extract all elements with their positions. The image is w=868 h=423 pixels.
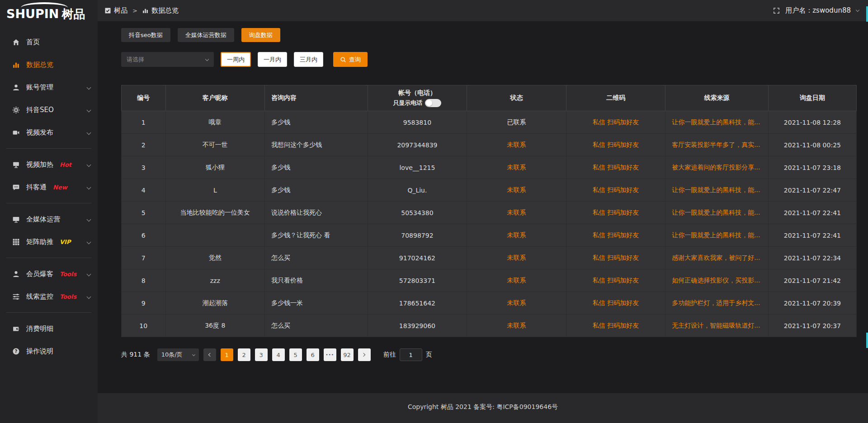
status-badge: 已联系	[507, 118, 526, 126]
lead-source-link[interactable]: 让你一眼就爱上的黑科技，能...	[672, 186, 760, 193]
scrollbar-thumb[interactable]	[866, 6, 868, 22]
qrcode-links[interactable]: 私信 扫码加好友	[593, 141, 639, 148]
vip-badge: VIP	[60, 239, 71, 245]
period-quarter-button[interactable]: 三月内	[294, 52, 323, 67]
phone-only-label: 只显示电话	[393, 99, 422, 107]
next-page-button[interactable]	[358, 348, 371, 361]
lead-source-link[interactable]: 多功能护栏灯，适用于乡村文...	[672, 299, 760, 306]
filter-select-placeholder: 请选择	[127, 56, 144, 64]
sidebar-item-account-mgmt[interactable]: 账号管理	[0, 76, 98, 99]
qrcode-links[interactable]: 私信 扫码加好友	[593, 254, 639, 261]
menu-divider	[6, 148, 91, 149]
page-button-6[interactable]: 6	[307, 348, 319, 361]
logo-text-en: SHUPIN	[6, 7, 59, 21]
page-button-92[interactable]: 92	[341, 348, 354, 361]
tab-media-ops-data[interactable]: 全媒体运营数据	[178, 28, 234, 42]
page-button-1[interactable]: 1	[221, 348, 233, 361]
page-button-5[interactable]: 5	[289, 348, 302, 361]
search-button[interactable]: 查询	[333, 52, 368, 67]
table-row: 9 潮起潮落 多少钱一米 178651642 未联系 私信 扫码加好友 多功能护…	[122, 292, 857, 315]
period-month-button[interactable]: 一月内	[258, 52, 287, 67]
phone-only-toggle[interactable]	[425, 99, 441, 107]
table-row: 6 多少钱？让我死心 看 70898792 未联系 私信 扫码加好友 让你一眼就…	[122, 224, 857, 247]
qrcode-links[interactable]: 私信 扫码加好友	[593, 186, 639, 193]
lead-source-link[interactable]: 让你一眼就爱上的黑科技，能...	[672, 209, 760, 216]
chevron-down-icon	[87, 272, 91, 276]
footer: Copyright 树品 2021 备案号: 粤ICP备09019646号	[98, 393, 868, 423]
qrcode-links[interactable]: 私信 扫码加好友	[593, 322, 639, 329]
qrcode-links[interactable]: 私信 扫码加好友	[593, 209, 639, 216]
qrcode-links[interactable]: 私信 扫码加好友	[593, 118, 639, 126]
sidebar-item-video-heat[interactable]: 视频加热 Hot	[0, 153, 98, 176]
lead-source-link[interactable]: 让你一眼就爱上的黑科技，能...	[672, 231, 760, 239]
breadcrumb-item-current[interactable]: 数据总览	[151, 6, 179, 15]
topbar: 树品 > 数据总览 用户名：zswodun88	[98, 0, 868, 21]
period-week-button[interactable]: 一周内	[221, 52, 251, 67]
scrollbar-thumb[interactable]	[866, 333, 868, 348]
sidebar-item-instructions[interactable]: ? 操作说明	[0, 340, 98, 362]
lead-source-link[interactable]: 让你一眼就爱上的黑科技，能...	[672, 118, 760, 126]
sidebar-item-douyin-seo[interactable]: 抖音SEO	[0, 99, 98, 121]
table-row: 3 狐小狸 多少钱 love__1215 未联系 私信 扫码加好友 被大家追着问…	[122, 156, 857, 179]
col-account-label: 帐号（电话）	[398, 89, 436, 97]
col-account: 帐号（电话） 只显示电话	[368, 85, 467, 111]
lead-source-link[interactable]: 被大家追着问的客厅投影分享...	[672, 164, 760, 171]
lead-source-link[interactable]: 客厅安装投影半年多了，真实...	[672, 141, 760, 148]
page-button-3[interactable]: 3	[255, 348, 268, 361]
page-size-select[interactable]: 10条/页	[157, 348, 199, 361]
chevron-down-icon	[856, 8, 859, 12]
qrcode-links[interactable]: 私信 扫码加好友	[593, 277, 639, 284]
breadcrumb: 树品 > 数据总览	[105, 6, 179, 15]
sidebar-item-label: 会员爆客	[26, 270, 53, 278]
wallet-icon	[12, 324, 20, 333]
qrcode-links[interactable]: 私信 扫码加好友	[593, 299, 639, 306]
status-badge: 未联系	[507, 322, 526, 329]
sidebar-item-member-baoke[interactable]: 会员爆客 Tools	[0, 263, 98, 285]
prev-page-button[interactable]	[203, 348, 216, 361]
lead-source-link[interactable]: 感谢大家喜欢我家，被问了好...	[672, 254, 760, 261]
menu-divider	[6, 258, 91, 258]
table-row: 4 L 多少钱 Q_Liu. 未联系 私信 扫码加好友 让你一眼就爱上的黑科技，…	[122, 179, 857, 202]
qrcode-links[interactable]: 私信 扫码加好友	[593, 231, 639, 239]
table-row: 7 觉然 怎么买 917024162 未联系 私信 扫码加好友 感谢大家喜欢我家…	[122, 247, 857, 269]
sidebar-item-label: 线索监控	[26, 292, 53, 301]
sidebar-item-lead-monitor[interactable]: 线索监控 Tools	[0, 285, 98, 308]
chat-icon	[12, 183, 20, 191]
goto-page-input[interactable]	[400, 348, 422, 361]
page-button-2[interactable]: 2	[238, 348, 250, 361]
sidebar-item-data-overview[interactable]: 数据总览	[0, 53, 98, 76]
sidebar-item-label: 数据总览	[26, 61, 53, 69]
table-row: 8 zzz 我只看价格 572803371 未联系 私信 扫码加好友 如何正确选…	[122, 269, 857, 292]
inquiry-table: 编号 客户昵称 咨询内容 帐号（电话） 只显示电话	[121, 85, 857, 337]
page-button-4[interactable]: 4	[272, 348, 285, 361]
sidebar-item-video-publish[interactable]: 视频发布	[0, 121, 98, 144]
breadcrumb-item[interactable]: 树品	[114, 6, 127, 15]
status-badge: 未联系	[507, 254, 526, 261]
tab-inquiry-data[interactable]: 询盘数据	[241, 28, 280, 42]
sidebar-item-matrix-boost[interactable]: 矩阵助推 VIP	[0, 230, 98, 253]
sidebar-item-spend-details[interactable]: 消费明细	[0, 317, 98, 340]
tab-douyin-seo-data[interactable]: 抖音seo数据	[121, 28, 170, 42]
table-row: 1 哦章 多少钱 9583810 已联系 私信 扫码加好友 让你一眼就爱上的黑科…	[122, 111, 857, 134]
sidebar-item-media-ops[interactable]: 全媒体运营	[0, 208, 98, 230]
chevron-down-icon	[87, 240, 91, 244]
video-publish-icon	[12, 128, 20, 136]
status-badge: 未联系	[507, 209, 526, 216]
svg-text:?: ?	[14, 349, 17, 354]
lead-source-link[interactable]: 如何正确选择投影仪，买投影...	[672, 277, 760, 284]
fullscreen-icon[interactable]	[773, 7, 780, 14]
sidebar-item-home[interactable]: 首页	[0, 31, 98, 53]
more-pages-button[interactable]: •••	[324, 348, 336, 361]
chevron-down-icon	[87, 108, 91, 112]
sidebar-item-label: 操作说明	[26, 347, 53, 356]
lead-source-link[interactable]: 无主灯设计，智能磁吸轨道灯...	[672, 322, 760, 329]
chevron-down-icon	[192, 352, 195, 356]
username-dropdown[interactable]: 用户名：zswodun88	[785, 6, 851, 15]
qrcode-links[interactable]: 私信 扫码加好友	[593, 164, 639, 171]
filter-select[interactable]: 请选择	[121, 52, 214, 67]
status-badge: 未联系	[507, 164, 526, 171]
col-no: 编号	[122, 85, 166, 111]
user-icon	[12, 83, 20, 91]
sidebar-item-douketong[interactable]: 抖客通 New	[0, 176, 98, 198]
main-content: 抖音seo数据 全媒体运营数据 询盘数据 请选择 一周内 一月内 三月内 查询	[98, 21, 868, 393]
